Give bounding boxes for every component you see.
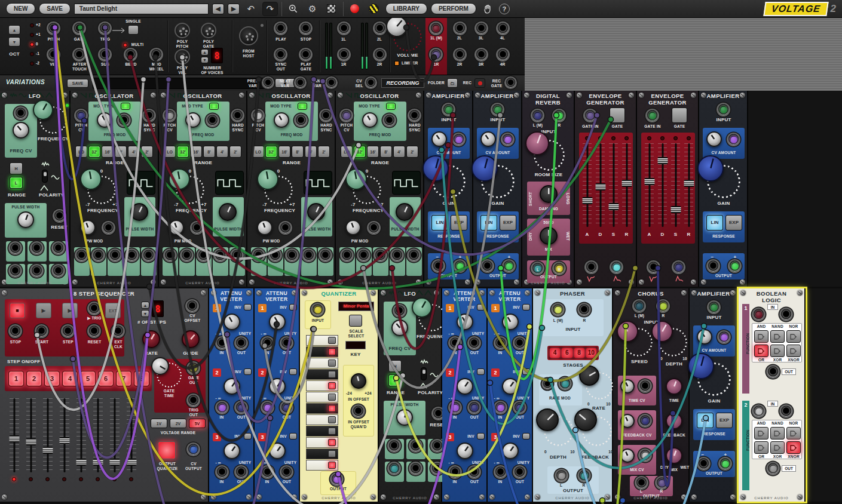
chorus-out-r-jack[interactable] xyxy=(656,477,668,488)
osc-out-sine-jack[interactable] xyxy=(231,250,243,261)
freq-mod-knob[interactable] xyxy=(185,112,201,128)
range-4'-button[interactable]: 4' xyxy=(305,146,317,158)
attack-slider[interactable] xyxy=(583,143,592,227)
atten-knob[interactable] xyxy=(223,378,240,395)
osc-out-pulse-jack[interactable] xyxy=(198,250,209,261)
voices-down-button[interactable]: ▼ xyxy=(201,57,209,63)
input-l-jack[interactable] xyxy=(532,110,543,121)
env-out-jack[interactable] xyxy=(673,262,684,273)
variation-save-button[interactable]: SAVE xyxy=(67,79,88,88)
room-size-knob[interactable] xyxy=(525,131,549,155)
play-jack[interactable] xyxy=(275,23,286,34)
atten-knob[interactable] xyxy=(269,442,286,459)
att-in-jack[interactable] xyxy=(216,337,228,349)
cv-amount-knob[interactable] xyxy=(697,329,712,345)
range-4'-button[interactable]: 4' xyxy=(393,146,405,158)
range-l-button[interactable]: L xyxy=(388,374,402,386)
hard-sync-jack[interactable] xyxy=(409,110,420,121)
range-32'-button[interactable]: 32' xyxy=(354,146,366,158)
gain-knob[interactable] xyxy=(471,155,498,182)
range-l-button[interactable]: L xyxy=(10,177,23,189)
pulse-width-knob[interactable] xyxy=(17,211,34,228)
step-1-button[interactable]: 1 xyxy=(8,371,24,386)
lfo-out2-tri-jack[interactable] xyxy=(31,265,42,276)
inv-button[interactable] xyxy=(244,304,252,311)
depth-knob[interactable] xyxy=(536,408,559,431)
freq-mod-jack[interactable] xyxy=(384,115,395,126)
osc-out-ramp-jack[interactable] xyxy=(358,250,369,261)
atten-knob[interactable] xyxy=(223,314,240,330)
output-quantize-button[interactable] xyxy=(158,441,176,459)
step-slider-2[interactable] xyxy=(26,398,36,472)
response-lin-button[interactable]: LIN xyxy=(697,413,714,428)
step-4-button[interactable]: 4 xyxy=(62,371,78,386)
osc-out-saw-jack[interactable] xyxy=(253,250,264,261)
gate-in-jack[interactable] xyxy=(647,110,658,121)
rate-knob[interactable] xyxy=(579,365,599,386)
range-2'-button[interactable]: 2' xyxy=(406,146,418,158)
frequency-knob[interactable] xyxy=(33,100,53,120)
osc-out-tri-jack[interactable] xyxy=(126,250,137,261)
gate-jack[interactable] xyxy=(74,23,85,34)
time_cv-jack[interactable] xyxy=(639,380,651,392)
trig-jack[interactable] xyxy=(99,23,111,34)
range-8'-button[interactable]: 8' xyxy=(380,146,392,158)
response-exp-button[interactable]: EXP xyxy=(500,215,516,231)
pulse-width-knob[interactable] xyxy=(219,203,237,221)
step-slider-8[interactable] xyxy=(127,398,136,472)
step-slider-6[interactable] xyxy=(93,398,103,472)
atten-knob[interactable] xyxy=(223,442,240,459)
gate-NOR-button[interactable] xyxy=(786,330,801,343)
record-button[interactable] xyxy=(347,2,363,16)
variation-next-jack[interactable] xyxy=(295,78,305,88)
pulse-width-knob[interactable] xyxy=(307,203,325,221)
mix_cv-knob[interactable] xyxy=(620,448,635,463)
mix_cv-jack[interactable] xyxy=(639,450,651,461)
pw-mod-knob[interactable] xyxy=(257,220,272,235)
release-slider[interactable] xyxy=(684,143,693,227)
polarity-switch[interactable] xyxy=(42,170,48,183)
mix-knob[interactable] xyxy=(666,447,682,464)
quant-input-jack[interactable] xyxy=(312,304,323,315)
osc-out-ramp-jack[interactable] xyxy=(270,250,281,261)
output-plus-jack[interactable] xyxy=(454,260,466,272)
att-in-jack[interactable] xyxy=(262,466,273,478)
mod-type-button[interactable] xyxy=(121,103,130,110)
variation-cvsel-jack[interactable] xyxy=(366,78,376,88)
time-knob[interactable] xyxy=(666,378,682,395)
att-out-jack[interactable] xyxy=(514,466,525,478)
cv-offset-jack[interactable] xyxy=(186,300,198,312)
single-multi-switch[interactable] xyxy=(128,25,139,35)
quant-key-button[interactable] xyxy=(328,382,336,389)
range-32'-button[interactable]: 32' xyxy=(88,146,100,158)
phaser-out-r-jack[interactable] xyxy=(578,470,590,481)
range-16'-button[interactable]: 16' xyxy=(278,146,290,158)
rec-button[interactable] xyxy=(474,78,485,88)
range-16'-button[interactable]: 16' xyxy=(190,146,202,158)
gate-time-knob[interactable] xyxy=(151,357,169,375)
scale-select-button[interactable] xyxy=(349,315,362,327)
poly-gate-din-socket[interactable] xyxy=(201,23,216,38)
glide-knob[interactable] xyxy=(182,330,200,348)
inv-button[interactable] xyxy=(522,433,530,440)
osc-out-pulse-jack[interactable] xyxy=(286,250,298,261)
stop-button[interactable]: ■ xyxy=(10,303,25,318)
osc-out-pulse-jack[interactable] xyxy=(109,250,121,261)
main-1r-jack[interactable] xyxy=(430,49,442,60)
range-LO-button[interactable]: LO xyxy=(341,146,353,158)
release-slider[interactable] xyxy=(622,143,631,227)
bool-out-jack[interactable] xyxy=(767,463,779,474)
input-jack[interactable] xyxy=(708,302,719,313)
osc-out-saw-jack[interactable] xyxy=(76,250,87,261)
att-out-jack[interactable] xyxy=(469,337,480,349)
depth-knob[interactable] xyxy=(651,321,673,342)
pw-mod-knob[interactable] xyxy=(169,220,184,235)
response-lin-button[interactable]: LIN xyxy=(480,215,497,231)
mod-type-button[interactable] xyxy=(209,103,219,110)
quant-key-button[interactable] xyxy=(328,337,336,344)
osc-out-tri-jack[interactable] xyxy=(215,250,226,261)
trig-out-jack[interactable] xyxy=(188,395,199,406)
cv-amount-jack[interactable] xyxy=(718,331,730,343)
response-exp-button[interactable]: EXP xyxy=(451,215,467,231)
out-1l-jack[interactable] xyxy=(338,23,350,34)
